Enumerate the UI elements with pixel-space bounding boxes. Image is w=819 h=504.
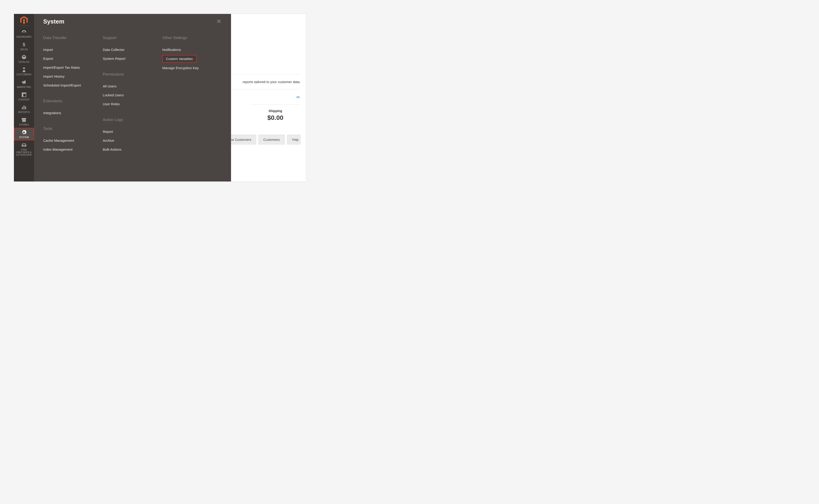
svg-rect-3	[22, 93, 26, 94]
sidebar-item-find-partners[interactable]: FIND PARTNERS & EXTENSIONS	[14, 140, 34, 158]
flyout-column: Other SettingsNotificationsCustom Variab…	[162, 36, 222, 163]
flyout-header: System	[43, 18, 222, 25]
system-flyout: System Data TransferImportExportImport/E…	[34, 14, 231, 181]
sidebar-item-label: MARKETING	[16, 86, 32, 88]
sidebar-item-dashboard[interactable]: DASHBOARD	[14, 27, 34, 40]
sidebar-item-label: FIND PARTNERS & EXTENSIONS	[14, 149, 34, 156]
tab-yotp[interactable]: Yotp	[287, 135, 301, 144]
sidebar-item-sales[interactable]: $ SALES	[14, 40, 34, 53]
sidebar-item-label: CONTENT	[17, 98, 31, 101]
flyout-section: ToolsCache ManagementIndex Management	[43, 126, 98, 154]
sidebar-item-content[interactable]: CONTENT	[14, 90, 34, 103]
sidebar-item-label: CUSTOMERS	[16, 73, 32, 76]
svg-rect-7	[25, 106, 26, 109]
bars-icon	[22, 105, 26, 110]
dollar-icon: $	[22, 42, 26, 47]
flyout-columns: Data TransferImportExportImport/Export T…	[43, 36, 222, 163]
flyout-column: Data TransferImportExportImport/Export T…	[43, 36, 103, 163]
sidebar-item-system[interactable]: SYSTEM	[14, 128, 34, 140]
sidebar-item-catalog[interactable]: CATALOG	[14, 53, 34, 65]
menu-item-data-collector[interactable]: Data Collector	[103, 45, 158, 54]
menu-item-report[interactable]: Report	[103, 127, 158, 136]
flyout-section: SupportData CollectorSystem Report	[103, 36, 158, 63]
layout-icon	[22, 92, 26, 97]
section-title: Data Transfer	[43, 36, 98, 40]
section-title: Action Logs	[103, 118, 158, 122]
menu-item-bulk-actions[interactable]: Bulk Actions	[103, 145, 158, 154]
admin-sidebar: DASHBOARD $ SALES CATALOG CUSTOMERS MARK…	[14, 14, 34, 181]
svg-point-1	[23, 67, 25, 69]
menu-item-integrations[interactable]: Integrations	[43, 108, 98, 117]
section-title: Other Settings	[162, 36, 217, 40]
shipping-stat: Shipping $0.00	[250, 104, 301, 126]
box-icon	[21, 54, 26, 60]
svg-text:$: $	[23, 42, 25, 47]
tab-customers[interactable]: Customers	[259, 135, 285, 144]
menu-item-locked-users[interactable]: Locked Users	[103, 91, 158, 100]
menu-item-import[interactable]: Import	[43, 45, 98, 54]
storefront-icon	[21, 117, 26, 123]
menu-item-scheduled-import-export[interactable]: Scheduled Import/Export	[43, 81, 98, 90]
menu-item-system-report[interactable]: System Report	[103, 54, 158, 63]
svg-rect-4	[22, 94, 23, 97]
menu-item-user-roles[interactable]: User Roles	[103, 100, 158, 108]
sidebar-item-label: DASHBOARD	[16, 36, 32, 38]
tagline-text: reports tailored to your customer data.	[243, 80, 301, 84]
flyout-section: PermissionsAll UsersLocked UsersUser Rol…	[103, 72, 158, 108]
flyout-column: SupportData CollectorSystem ReportPermis…	[103, 36, 162, 163]
menu-item-manage-encryption-key[interactable]: Manage Encryption Key	[162, 63, 217, 72]
shipping-value: $0.00	[250, 114, 301, 121]
sidebar-item-reports[interactable]: REPORTS	[14, 103, 34, 115]
person-icon	[22, 67, 26, 72]
megaphone-icon	[21, 79, 26, 85]
sidebar-item-label: SYSTEM	[18, 136, 30, 139]
section-title: Tools	[43, 126, 98, 131]
flyout-section: Data TransferImportExportImport/Export T…	[43, 36, 98, 90]
section-title: Extensions	[43, 99, 98, 103]
menu-item-import-export-tax-rates[interactable]: Import/Export Tax Rates	[43, 63, 98, 72]
flyout-section: Action LogsReportArchiveBulk Actions	[103, 118, 158, 154]
partners-icon	[21, 142, 26, 148]
menu-item-cache-management[interactable]: Cache Management	[43, 136, 98, 145]
sidebar-item-label: STORES	[18, 123, 30, 126]
menu-item-index-management[interactable]: Index Management	[43, 145, 98, 154]
logo-divider	[18, 26, 30, 26]
svg-rect-6	[24, 105, 24, 109]
sidebar-item-label: REPORTS	[17, 111, 31, 113]
menu-item-import-history[interactable]: Import History	[43, 72, 98, 81]
admin-window: reports tailored to your customer data. …	[14, 14, 306, 182]
section-title: Support	[103, 36, 158, 40]
sidebar-item-marketing[interactable]: MARKETING	[14, 78, 34, 90]
close-button[interactable]	[216, 18, 222, 25]
sidebar-item-label: SALES	[19, 48, 29, 51]
magento-logo[interactable]	[14, 14, 34, 26]
shipping-label: Shipping	[250, 109, 301, 113]
link-suffix[interactable]: re.	[296, 95, 301, 99]
menu-item-export[interactable]: Export	[43, 54, 98, 63]
menu-item-notifications[interactable]: Notifications	[162, 45, 217, 54]
section-title: Permissions	[103, 72, 158, 77]
menu-item-custom-variables[interactable]: Custom Variables	[162, 55, 196, 63]
menu-item-all-users[interactable]: All Users	[103, 82, 158, 91]
flyout-title: System	[43, 18, 64, 25]
menu-item-archive[interactable]: Archive	[103, 136, 158, 145]
flyout-section: ExtensionsIntegrations	[43, 99, 98, 117]
gear-icon	[21, 130, 26, 135]
close-icon	[217, 20, 221, 24]
flyout-section: Other SettingsNotificationsCustom Variab…	[162, 36, 217, 72]
dashboard-icon	[21, 29, 27, 35]
sidebar-item-stores[interactable]: STORES	[14, 115, 34, 128]
svg-rect-5	[22, 107, 23, 109]
sidebar-item-label: CATALOG	[18, 61, 30, 63]
sidebar-item-customers[interactable]: CUSTOMERS	[14, 65, 34, 78]
